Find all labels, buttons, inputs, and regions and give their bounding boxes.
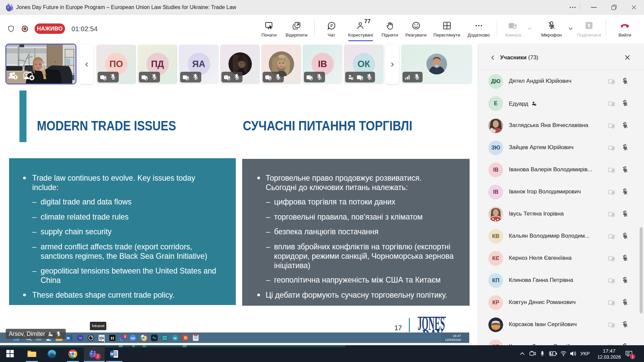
- svg-text:m: m: [174, 337, 176, 340]
- svg-text:?: ?: [534, 103, 536, 106]
- svg-text:H: H: [111, 336, 114, 341]
- svg-text:'m: 'm: [78, 336, 82, 340]
- svg-text:?: ?: [51, 334, 52, 336]
- svg-text:16:47: 16:47: [453, 334, 461, 338]
- svg-text:T: T: [90, 352, 92, 356]
- svg-text:?: ?: [351, 77, 353, 80]
- svg-text:!: !: [15, 76, 16, 79]
- svg-text:W: W: [67, 337, 70, 340]
- svg-text:zm: zm: [131, 337, 135, 340]
- svg-text:W: W: [110, 352, 114, 356]
- svg-text:2: 2: [124, 335, 126, 338]
- svg-text:12/03/2026: 12/03/2026: [445, 338, 461, 342]
- svg-text:T: T: [7, 6, 9, 9]
